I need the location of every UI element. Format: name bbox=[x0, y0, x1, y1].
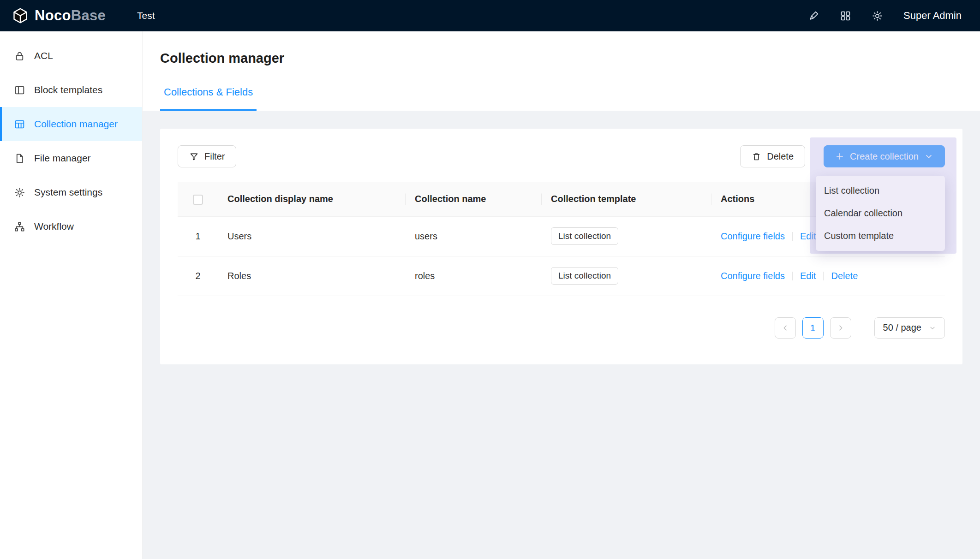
sidebar-item-label: File manager bbox=[34, 153, 91, 164]
top-nav-test[interactable]: Test bbox=[132, 10, 160, 21]
plugins-grid-icon[interactable] bbox=[840, 10, 851, 22]
pagination-prev-button[interactable] bbox=[775, 317, 796, 339]
designer-pen-icon[interactable] bbox=[808, 10, 819, 22]
row-actions: Configure fieldsEditDelete bbox=[711, 256, 945, 296]
menu-item-custom-template[interactable]: Custom template bbox=[816, 225, 945, 247]
action-divider bbox=[792, 232, 793, 241]
create-collection-button[interactable]: Create collection bbox=[824, 145, 945, 167]
page-size-select[interactable]: 50 / page bbox=[874, 317, 945, 339]
sidebar-item-system-settings[interactable]: System settings bbox=[0, 175, 142, 209]
sidebar-item-label: Collection manager bbox=[34, 119, 118, 130]
main-area: Collection manager Collections & Fields … bbox=[143, 31, 980, 559]
table-toolbar: Filter Delete bbox=[178, 145, 945, 167]
header-checkbox-cell bbox=[178, 182, 218, 216]
page-header: Collection manager Collections & Fields bbox=[143, 31, 980, 111]
sidebar-item-acl[interactable]: ACL bbox=[0, 39, 142, 73]
sidebar-item-workflow[interactable]: Workflow bbox=[0, 209, 142, 244]
file-icon bbox=[14, 153, 25, 164]
row-collection-name: users bbox=[406, 216, 542, 256]
brand-text: NocoBase bbox=[35, 7, 106, 24]
delete-button[interactable]: Delete bbox=[740, 145, 805, 167]
content-area: Filter Delete bbox=[143, 111, 980, 559]
column-collection-name: Collection name bbox=[406, 182, 542, 216]
edit-link[interactable]: Edit bbox=[800, 231, 816, 241]
sidebar-item-label: System settings bbox=[34, 187, 102, 198]
nocobase-logo[interactable]: NocoBase bbox=[12, 7, 106, 24]
sidebar-item-label: Block templates bbox=[34, 84, 102, 95]
chevron-down-icon bbox=[924, 152, 933, 161]
current-user[interactable]: Super Admin bbox=[903, 10, 962, 22]
plus-icon bbox=[835, 152, 844, 161]
edit-link[interactable]: Edit bbox=[800, 271, 816, 281]
top-bar: NocoBase Test Super Admin bbox=[0, 0, 980, 31]
tab-bar: Collections & Fields bbox=[160, 86, 962, 111]
menu-item-list-collection[interactable]: List collection bbox=[816, 179, 945, 202]
settings-sidebar: ACL Block templates Collection manager bbox=[0, 31, 143, 559]
gear-icon bbox=[14, 187, 25, 198]
trash-icon bbox=[752, 152, 761, 161]
page-title: Collection manager bbox=[160, 51, 962, 66]
row-index: 1 bbox=[178, 216, 218, 256]
row-display-name: Roles bbox=[218, 256, 406, 296]
configure-fields-link[interactable]: Configure fields bbox=[721, 271, 785, 281]
table-icon bbox=[14, 119, 25, 130]
sidebar-item-label: Workflow bbox=[34, 221, 74, 232]
filter-icon bbox=[189, 152, 199, 161]
collections-card: Filter Delete bbox=[160, 129, 962, 364]
sidebar-item-block-templates[interactable]: Block templates bbox=[0, 73, 142, 107]
action-divider bbox=[823, 272, 824, 280]
sidebar-item-label: ACL bbox=[34, 50, 53, 61]
select-all-checkbox[interactable] bbox=[193, 195, 203, 205]
configure-fields-link[interactable]: Configure fields bbox=[721, 231, 785, 241]
workflow-icon bbox=[14, 221, 25, 232]
row-index: 2 bbox=[178, 256, 218, 296]
lock-icon bbox=[14, 50, 25, 62]
filter-button[interactable]: Filter bbox=[178, 145, 236, 167]
action-divider bbox=[792, 272, 793, 280]
pagination-page-1[interactable]: 1 bbox=[802, 317, 824, 339]
filter-button-label: Filter bbox=[204, 151, 225, 162]
settings-gear-icon[interactable] bbox=[872, 10, 883, 22]
menu-item-calendar-collection[interactable]: Calendar collection bbox=[816, 202, 945, 225]
sidebar-item-file-manager[interactable]: File manager bbox=[0, 141, 142, 175]
table-row: 2 Roles roles List collection Configure … bbox=[178, 256, 945, 296]
template-tag: List collection bbox=[551, 267, 618, 285]
cube-logo-icon bbox=[12, 7, 29, 24]
pagination: 1 50 / page bbox=[178, 317, 945, 339]
column-display-name: Collection display name bbox=[218, 182, 406, 216]
delete-link[interactable]: Delete bbox=[831, 271, 858, 281]
row-collection-name: roles bbox=[406, 256, 542, 296]
pagination-next-button[interactable] bbox=[830, 317, 851, 339]
top-right-actions: Super Admin bbox=[808, 10, 962, 22]
toolbar-right: Delete Create collection bbox=[740, 145, 945, 167]
sidebar-item-collection-manager[interactable]: Collection manager bbox=[0, 107, 142, 141]
layout-icon bbox=[14, 84, 25, 96]
page-size-value: 50 / page bbox=[883, 322, 921, 333]
template-tag: List collection bbox=[551, 227, 618, 245]
row-display-name: Users bbox=[218, 216, 406, 256]
create-collection-label: Create collection bbox=[850, 151, 919, 162]
tab-collections-fields[interactable]: Collections & Fields bbox=[160, 86, 257, 111]
column-collection-template: Collection template bbox=[542, 182, 711, 216]
create-collection-dropdown: List collection Calendar collection Cust… bbox=[816, 176, 945, 251]
delete-button-label: Delete bbox=[767, 151, 794, 162]
